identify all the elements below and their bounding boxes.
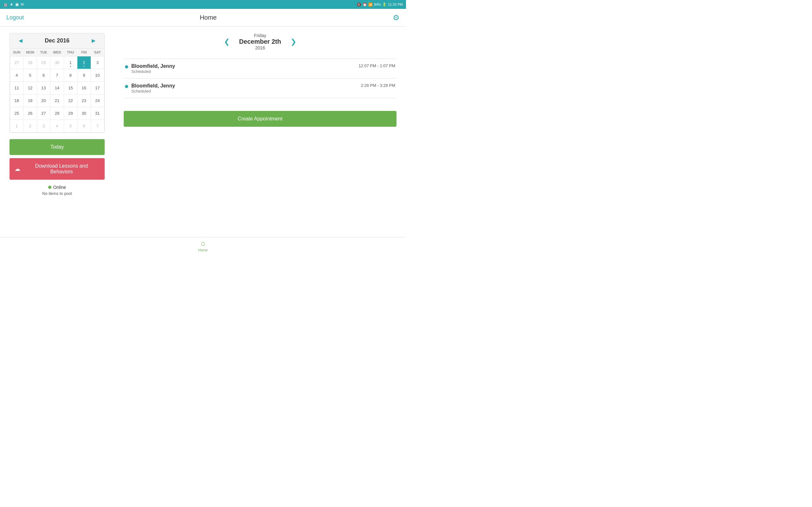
calendar-day[interactable]: 3 xyxy=(91,56,104,69)
appointment-item[interactable]: Bloomfield, Jenny Scheduled 12:07 PM - 1… xyxy=(124,59,397,78)
calendar-day[interactable]: 30 xyxy=(78,107,91,120)
calendar-day[interactable]: 6 xyxy=(37,69,50,82)
no-items-label: No items to post xyxy=(9,191,105,196)
day-header-sun: SUN xyxy=(10,49,23,56)
notification-icon: ✉ xyxy=(20,2,24,7)
calendar-day[interactable]: 29 xyxy=(64,107,77,120)
calendar-week-row: 25262728293031 xyxy=(10,107,104,120)
day-header-fri: FRI xyxy=(78,49,91,56)
today-button[interactable]: Today xyxy=(9,139,105,155)
calendar-day[interactable]: 4 xyxy=(50,120,64,132)
calendar-day[interactable]: 27 xyxy=(10,56,23,69)
calendar-day[interactable]: 21 xyxy=(50,95,64,107)
date-navigation: ❮ Friday December 2th 2016 ❯ xyxy=(124,33,397,54)
calendar-day[interactable]: 30 xyxy=(50,56,64,69)
date-next-button[interactable]: ❯ xyxy=(291,38,296,46)
appointment-item[interactable]: Bloomfield, Jenny Scheduled 2:28 PM - 3:… xyxy=(124,78,397,98)
logout-button[interactable]: Logout xyxy=(6,14,24,21)
calendar-day[interactable]: 28 xyxy=(23,56,37,69)
home-icon: ⌂ xyxy=(201,239,205,247)
calendar-day[interactable]: 10 xyxy=(91,69,104,82)
alarm-icon: ⏰ xyxy=(362,3,367,7)
calendar-prev-button[interactable]: ◄ xyxy=(15,37,26,45)
day-header-mon: MON xyxy=(23,49,37,56)
calendar-day[interactable]: 1 xyxy=(64,56,77,69)
calendar-day-headers: SUN MON TUE WED THU FRI SAT xyxy=(10,49,104,56)
calendar-day[interactable]: 14 xyxy=(50,82,64,95)
online-label: Online xyxy=(53,185,66,190)
calendar-day[interactable]: 2 xyxy=(78,56,91,69)
calendar-next-button[interactable]: ► xyxy=(88,37,99,45)
calendar-month-year: Dec 2016 xyxy=(45,38,69,44)
calendar-day[interactable]: 16 xyxy=(78,82,91,95)
download-label: Download Lessons and Behaviors xyxy=(23,163,100,175)
appointment-dot xyxy=(125,85,128,88)
download-icon: ☁ xyxy=(14,165,20,172)
wifi-icon: 📶 xyxy=(368,3,373,7)
appointment-status: Scheduled xyxy=(131,89,358,94)
main-content: ◄ Dec 2016 ► SUN MON TUE WED THU FRI SAT xyxy=(0,26,406,237)
calendar-day[interactable]: 6 xyxy=(78,120,91,132)
calendar-day[interactable]: 1 xyxy=(10,120,23,132)
appointment-name: Bloomfield, Jenny xyxy=(131,63,355,69)
calendar-day[interactable]: 13 xyxy=(37,82,50,95)
online-indicator: Online xyxy=(9,185,105,190)
appointment-name: Bloomfield, Jenny xyxy=(131,83,358,89)
calendar-week-row: 1234567 xyxy=(10,120,104,132)
calendar-day[interactable]: 18 xyxy=(10,95,23,107)
calendar-day[interactable]: 26 xyxy=(23,107,37,120)
calendar-day[interactable]: 5 xyxy=(64,120,77,132)
calendar-day[interactable]: 15 xyxy=(64,82,77,95)
calendar-day[interactable]: 7 xyxy=(50,69,64,82)
calendar-grid: SUN MON TUE WED THU FRI SAT 272829301234… xyxy=(10,48,104,132)
page-title: Home xyxy=(200,14,217,21)
date-day-name: Friday xyxy=(239,33,281,38)
screen-icon: ▣ xyxy=(15,2,19,7)
date-prev-button[interactable]: ❮ xyxy=(224,38,230,46)
calendar-day[interactable]: 5 xyxy=(23,69,37,82)
nav-bar: Logout Home ⚙ xyxy=(0,9,406,26)
day-header-sat: SAT xyxy=(91,49,104,56)
home-nav-label: Home xyxy=(198,248,207,252)
calendar-day[interactable]: 2 xyxy=(23,120,37,132)
calendar-week-row: 45678910 xyxy=(10,69,104,82)
appointment-time: 12:07 PM - 1:07 PM xyxy=(358,63,395,68)
calendar-day[interactable]: 19 xyxy=(23,95,37,107)
appointment-status: Scheduled xyxy=(131,69,355,74)
date-display: Friday December 2th 2016 xyxy=(239,33,281,50)
calendar-day[interactable]: 4 xyxy=(10,69,23,82)
calendar-day[interactable]: 3 xyxy=(37,120,50,132)
calendar-day[interactable]: 8 xyxy=(64,69,77,82)
calendar-day[interactable]: 7 xyxy=(91,120,104,132)
calendar-day[interactable]: 31 xyxy=(91,107,104,120)
calendar-day[interactable]: 23 xyxy=(78,95,91,107)
appointment-dot xyxy=(125,65,128,68)
status-bar-left-icons: 🤖 ★ ▣ ✉ xyxy=(3,2,24,7)
calendar-header: ◄ Dec 2016 ► xyxy=(10,33,104,48)
appointment-info: Bloomfield, Jenny Scheduled xyxy=(131,83,358,94)
calendar-day[interactable]: 24 xyxy=(91,95,104,107)
calendar-day[interactable]: 22 xyxy=(64,95,77,107)
action-buttons: Today ☁ Download Lessons and Behaviors xyxy=(9,139,105,180)
home-nav-item[interactable]: ⌂ Home xyxy=(198,239,207,252)
calendar-day[interactable]: 28 xyxy=(50,107,64,120)
calendar-day[interactable]: 27 xyxy=(37,107,50,120)
mute-icon: 🔇 xyxy=(357,3,361,7)
calendar-day[interactable]: 25 xyxy=(10,107,23,120)
download-button[interactable]: ☁ Download Lessons and Behaviors xyxy=(9,158,105,180)
create-appointment-button[interactable]: Create Appointment xyxy=(124,111,397,127)
appointments-list: Bloomfield, Jenny Scheduled 12:07 PM - 1… xyxy=(124,59,397,98)
calendar-day[interactable]: 11 xyxy=(10,82,23,95)
calendar-day[interactable]: 20 xyxy=(37,95,50,107)
appointment-info: Bloomfield, Jenny Scheduled xyxy=(131,63,355,74)
calendar-day[interactable]: 17 xyxy=(91,82,104,95)
left-panel: ◄ Dec 2016 ► SUN MON TUE WED THU FRI SAT xyxy=(9,33,105,231)
calendar-day[interactable]: 12 xyxy=(23,82,37,95)
date-year: 2016 xyxy=(239,45,281,50)
calendar-day[interactable]: 29 xyxy=(37,56,50,69)
status-info: Online No items to post xyxy=(9,185,105,196)
calendar-day[interactable]: 9 xyxy=(78,69,91,82)
settings-icon[interactable]: ⚙ xyxy=(393,13,400,22)
right-panel: ❮ Friday December 2th 2016 ❯ Bloomfield,… xyxy=(117,33,397,231)
date-full: December 2th xyxy=(239,38,281,45)
